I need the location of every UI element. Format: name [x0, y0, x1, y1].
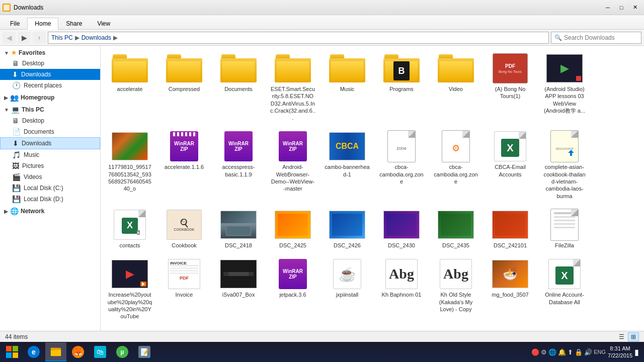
file-item[interactable]: Music	[322, 50, 372, 124]
sidebar-favorites-header[interactable]: ▼ ★ Favorites	[0, 48, 100, 58]
file-item[interactable]: DSC_2435	[431, 206, 481, 251]
sidebar-item-desktop-pc[interactable]: 🖥 Desktop	[0, 115, 100, 126]
file-item[interactable]: Documents	[213, 50, 264, 124]
sidebar-item-label: Pictures	[22, 162, 44, 169]
sidebar-network-header[interactable]: ▶ 🌐 Network	[0, 206, 100, 217]
sidebar-item-desktop-fav[interactable]: 🖥 Desktop	[0, 58, 100, 69]
file-icon-jxpi: ☕	[327, 258, 367, 290]
sidebar-item-videos[interactable]: 🎬 Videos	[0, 171, 100, 183]
taskbar-store[interactable]: 🛍	[90, 342, 111, 361]
show-desktop-button[interactable]: ▮	[634, 347, 639, 357]
file-item[interactable]: FileZilla	[539, 206, 590, 251]
svg-rect-2	[6, 346, 12, 351]
sidebar-item-localc[interactable]: 💾 Local Disk (C:)	[0, 183, 100, 194]
file-item[interactable]: WinRARZIP accesspress-basic.1.1.9	[213, 128, 264, 202]
taskbar-explorer[interactable]	[45, 342, 66, 361]
start-button[interactable]	[2, 342, 22, 361]
up-button[interactable]: ↑	[33, 32, 46, 44]
taskbar-clock[interactable]: 8:31 AM 7/22/2015	[608, 345, 632, 359]
file-item[interactable]: accelerate	[105, 50, 155, 124]
tab-file[interactable]: File	[3, 18, 27, 29]
file-item[interactable]: Compressed	[159, 50, 209, 124]
file-item[interactable]: 11779810_995177680513542_593568925764605…	[105, 128, 155, 202]
path-thispc[interactable]: This PC	[51, 34, 73, 41]
file-item[interactable]: B Programs	[376, 50, 427, 124]
file-item[interactable]: ☕ jxpiinstall	[322, 255, 372, 322]
file-item[interactable]: WinRARZIP accelerate.1.1.6	[159, 128, 209, 202]
file-name: DSC_2426	[334, 242, 361, 249]
file-item[interactable]: DSC_2430	[376, 206, 427, 251]
sidebar-item-music[interactable]: 🎵 Music	[0, 149, 100, 160]
file-item[interactable]: 🍜 mg_food_3507	[485, 255, 535, 322]
sidebar-item-downloads-fav[interactable]: ⬇ Downloads	[0, 69, 100, 80]
file-item[interactable]: ▶ (Android Studio) APP lessons 03 WebVie…	[539, 50, 590, 124]
file-item[interactable]: DSC_2425	[268, 206, 318, 251]
taskbar-app7[interactable]: 📝	[134, 342, 155, 361]
path-downloads[interactable]: Downloads	[82, 34, 111, 41]
file-item[interactable]: DSC_2426	[322, 206, 372, 251]
sidebar-item-documents[interactable]: 📄 Documents	[0, 126, 100, 137]
music-icon: 🎵	[12, 151, 21, 159]
file-icon-cambo-banner: CBCA	[327, 130, 367, 162]
sidebar-item-pictures[interactable]: 🖼 Pictures	[0, 160, 100, 171]
minimize-button[interactable]: ─	[601, 3, 614, 13]
sidebar-item-label: Desktop	[22, 60, 44, 67]
file-item[interactable]: X CBCA-Email Accounts	[485, 128, 535, 202]
file-name: cbca-cambodia.org.zone	[433, 163, 478, 185]
sidebar-item-downloads-pc[interactable]: ⬇ Downloads	[0, 137, 100, 149]
sidebar-homegroup-header[interactable]: ▶ 👥 Homegroup	[0, 92, 100, 103]
file-name: jxpiinstall	[336, 291, 359, 298]
taskbar-ie[interactable]: e	[23, 342, 44, 361]
file-name: CBCA-Email Accounts	[488, 163, 533, 178]
file-name: Documents	[224, 85, 253, 93]
file-item[interactable]: document complete-asian-cookbook-thailan…	[539, 128, 590, 202]
taskbar-firefox[interactable]: 🦊	[67, 342, 89, 361]
list-view-button[interactable]: ☰	[616, 332, 627, 341]
file-icon-jetpack: WinRARZIP	[273, 258, 313, 290]
language-indicator[interactable]: ENG	[594, 349, 606, 355]
sidebar-item-label: Documents	[24, 128, 54, 135]
grid-view-button[interactable]: ⊞	[628, 332, 639, 341]
file-item[interactable]: PDF Bong No Tours (A) Bong No Tours(1)	[485, 50, 535, 124]
file-item[interactable]: zone cbca-cambodia.org.zone	[376, 128, 427, 202]
tab-view[interactable]: View	[90, 18, 118, 29]
file-item[interactable]: INVOICE PDF Invoice	[159, 255, 209, 322]
back-button[interactable]: ◀	[3, 32, 16, 44]
file-item[interactable]: WinRARZIP jetpack.3.6	[268, 255, 318, 322]
file-item[interactable]: Abg Kh Baphnom 01	[376, 255, 427, 322]
sidebar-section-network: ▶ 🌐 Network	[0, 206, 100, 217]
tab-home[interactable]: Home	[27, 18, 58, 30]
file-item[interactable]: DSC_2418	[213, 206, 264, 251]
file-item[interactable]: X a contacts	[105, 206, 155, 251]
desktop-pc-icon: 🖥	[12, 117, 19, 125]
search-input[interactable]	[564, 34, 639, 41]
close-button[interactable]: ✕	[628, 3, 641, 13]
taskbar-utorrent[interactable]: µ	[112, 342, 133, 361]
file-name: Kh Baphnom 01	[382, 291, 422, 298]
file-icon-music	[327, 52, 367, 84]
file-item[interactable]: X Online Account-Database All	[539, 255, 590, 322]
sidebar-thispc-header[interactable]: ▼ 💻 This PC	[0, 104, 100, 115]
sidebar-item-recentplaces[interactable]: 🕐 Recent places	[0, 80, 100, 91]
file-icon-cookbook-doc: document	[544, 130, 585, 162]
file-grid: accelerate Compressed	[105, 50, 640, 322]
maximize-button[interactable]: □	[615, 3, 628, 13]
file-item[interactable]: ⚙ cbca-cambodia.org.zone	[431, 128, 481, 202]
file-name: accelerate.1.1.6	[165, 163, 204, 170]
file-item[interactable]: Video	[431, 50, 481, 124]
file-item[interactable]: CBCA cambo-bannerhea d-1	[322, 128, 372, 202]
forward-button[interactable]: ▶	[18, 32, 31, 44]
file-item[interactable]: Abg Kh Old Style (Kakada's My Love) - Co…	[431, 255, 481, 322]
file-item[interactable]: WinRARZIP Android-WebBrowser-Demo--WebVi…	[268, 128, 318, 202]
documents-icon: 📄	[12, 128, 21, 136]
sidebar-item-locald[interactable]: 💾 Local Disk (D:)	[0, 194, 100, 205]
file-item[interactable]: DSC_242101	[485, 206, 535, 251]
file-item[interactable]: 🍳 COOKBOOK Cookbook	[159, 206, 209, 251]
view-toggle: ☰ ⊞	[616, 332, 639, 341]
address-path[interactable]: This PC ▶ Downloads ▶	[48, 32, 549, 44]
tab-share[interactable]: Share	[58, 18, 90, 29]
file-item[interactable]: ▶ Increase%20youtube%20play%20quality%20…	[105, 255, 155, 322]
svg-rect-4	[6, 352, 12, 358]
file-item[interactable]: ESET.Smart.Security.5.8.ESET.NOD32.AntiV…	[268, 50, 318, 124]
file-item[interactable]: iSva007_Box	[213, 255, 264, 322]
